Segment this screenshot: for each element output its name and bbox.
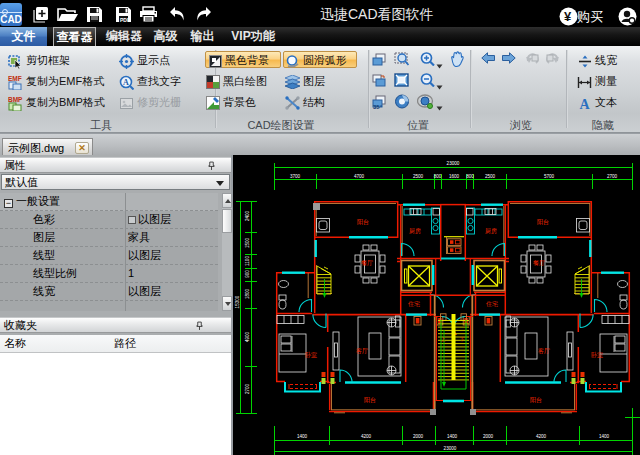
svg-text:900: 900 xyxy=(245,270,250,278)
svg-text:1400: 1400 xyxy=(447,434,458,439)
svg-text:4200: 4200 xyxy=(536,434,547,439)
svg-text:餐厅: 餐厅 xyxy=(361,259,373,266)
svg-text:35°: 35° xyxy=(373,104,383,110)
svg-text:PDF: PDF xyxy=(120,17,130,23)
svg-text:阳台: 阳台 xyxy=(364,397,376,404)
svg-text:下: 下 xyxy=(460,336,465,342)
svg-text:2400: 2400 xyxy=(245,210,250,221)
svg-text:5700: 5700 xyxy=(544,174,555,179)
svg-text:23000: 23000 xyxy=(447,161,460,166)
svg-text:客厅: 客厅 xyxy=(538,347,550,355)
svg-text:1100: 1100 xyxy=(245,256,250,266)
svg-text:阳台: 阳台 xyxy=(537,219,549,226)
svg-text:住宅: 住宅 xyxy=(408,300,420,307)
svg-text:800: 800 xyxy=(434,174,442,179)
svg-text:卧室: 卧室 xyxy=(305,351,317,358)
svg-text:1500: 1500 xyxy=(245,237,250,248)
svg-text:2500: 2500 xyxy=(413,174,424,179)
svg-text:15300: 15300 xyxy=(235,295,240,308)
svg-text:2000: 2000 xyxy=(483,434,494,439)
svg-text:3700: 3700 xyxy=(290,174,301,179)
svg-text:厨房: 厨房 xyxy=(409,227,421,234)
svg-text:4900: 4900 xyxy=(245,331,250,342)
svg-text:1800: 1800 xyxy=(245,288,250,299)
svg-text:上: 上 xyxy=(441,336,446,342)
svg-text:住宅: 住宅 xyxy=(486,300,498,307)
svg-text:4700: 4700 xyxy=(354,174,365,179)
svg-text:800: 800 xyxy=(466,174,474,179)
svg-text:卧室: 卧室 xyxy=(591,351,603,358)
svg-text:2000: 2000 xyxy=(413,434,424,439)
svg-text:餐厅: 餐厅 xyxy=(533,259,545,266)
svg-text:EMF: EMF xyxy=(8,75,22,82)
svg-text:A: A xyxy=(123,78,129,87)
svg-text:1400: 1400 xyxy=(297,434,308,439)
svg-text:客厅: 客厅 xyxy=(356,347,368,355)
svg-text:¥: ¥ xyxy=(564,9,572,24)
svg-text:1400: 1400 xyxy=(599,434,610,439)
svg-text:A: A xyxy=(580,97,591,110)
svg-text:厨房: 厨房 xyxy=(485,227,497,234)
svg-text:BMP: BMP xyxy=(8,96,23,103)
svg-text:2500: 2500 xyxy=(485,174,496,179)
svg-text:1600: 1600 xyxy=(449,174,460,179)
svg-text:2700: 2700 xyxy=(607,174,618,179)
svg-text:23000: 23000 xyxy=(444,446,457,451)
svg-text:4200: 4200 xyxy=(361,434,372,439)
svg-text:2700: 2700 xyxy=(245,383,250,394)
svg-text:阳台: 阳台 xyxy=(530,397,542,404)
svg-text:阳台: 阳台 xyxy=(357,219,369,226)
